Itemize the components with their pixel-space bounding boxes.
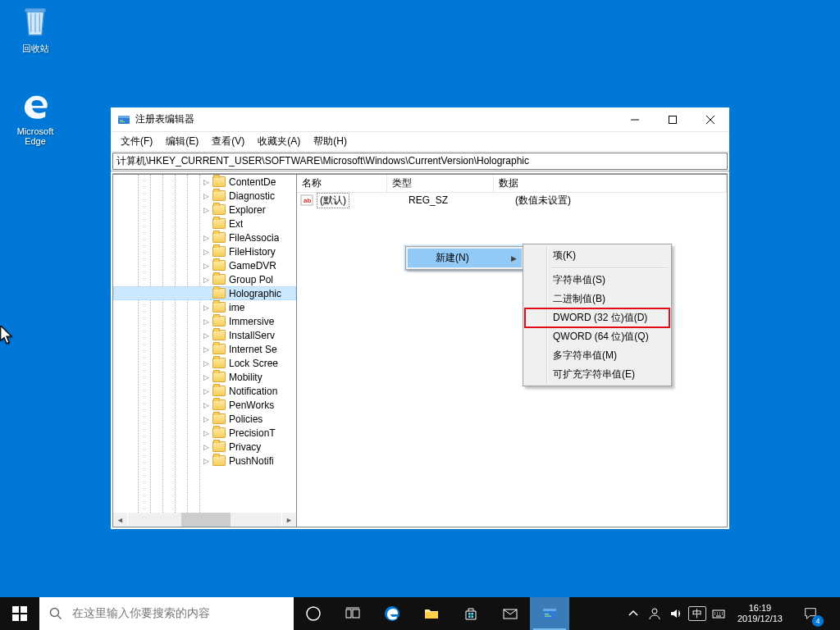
tree-item[interactable]: ▷PrecisionT [113,426,296,440]
tree-expand-icon[interactable]: ▷ [202,331,211,340]
tree-item[interactable]: Ext [113,217,296,231]
tree-item[interactable]: ▷PushNotifi [113,454,296,468]
tray-people-icon[interactable] [646,597,664,630]
tree-item[interactable]: Holographic [113,286,296,300]
folder-icon [212,330,226,340]
context-menu-new: 新建(N) ▶ [405,246,524,270]
folder-icon [212,190,226,201]
col-name[interactable]: 名称 [297,175,387,192]
titlebar[interactable]: 注册表编辑器 [111,107,729,132]
tree-expand-icon[interactable]: ▷ [202,233,211,242]
tree-item[interactable]: ▷Policies [113,412,296,426]
tree-expand-icon[interactable]: ▷ [202,275,211,284]
desktop-icon-recycle-bin[interactable]: 回收站 [6,5,65,55]
tree-expand-icon[interactable]: ▷ [202,400,211,409]
tree-item-label: Lock Scree [229,358,278,369]
tree-item[interactable]: ▷Mobility [113,370,296,384]
maximize-button[interactable] [654,107,692,132]
taskbar-file-explorer[interactable] [412,597,451,630]
tree-expand-icon[interactable]: ▷ [202,456,211,465]
tree-expand-icon[interactable]: ▷ [202,317,211,326]
tray-volume-icon[interactable] [667,597,685,630]
tree-item[interactable]: ▷Explorer [113,203,296,217]
svg-rect-16 [353,609,359,618]
tree-expand-icon[interactable]: ▷ [202,345,211,354]
value-list[interactable]: 名称 类型 数据 ab (默认) REG_SZ (数值未设置) 新建(N) ▶ [297,174,728,527]
tree-expand-icon[interactable]: ▷ [202,358,211,368]
tree-item[interactable]: ▷Group Pol [113,272,296,286]
tree-expand-icon[interactable]: ▷ [202,303,211,312]
tree-expand-icon[interactable] [202,289,211,298]
tree-expand-icon[interactable]: ▷ [202,414,211,423]
menu-help[interactable]: 帮助(H) [307,133,354,150]
taskbar: 在这里输入你要搜索的内容 中 16:19 2019/12/13 4 [0,597,840,630]
tray-keyboard-icon[interactable] [710,597,728,630]
context-item-expandstring[interactable]: 可扩充字符串值(E) [525,365,669,384]
scrollbar-thumb[interactable] [181,513,231,527]
close-button[interactable] [692,107,729,132]
taskbar-mail[interactable] [491,597,530,630]
taskbar-search[interactable]: 在这里输入你要搜索的内容 [39,597,294,630]
taskbar-store[interactable] [451,597,491,630]
menu-file[interactable]: 文件(F) [114,133,159,150]
tree-item[interactable]: ▷Notification [113,384,296,398]
menu-edit[interactable]: 编辑(E) [159,133,205,150]
context-item-binary[interactable]: 二进制值(B) [525,290,669,308]
context-item-key[interactable]: 项(K) [525,246,669,265]
scroll-right-icon[interactable]: ► [282,513,296,527]
tray-notifications[interactable]: 4 [792,597,829,630]
tree-item[interactable]: ▷Immersive [113,314,296,328]
tree-expand-icon[interactable]: ▷ [202,442,211,451]
col-type[interactable]: 类型 [387,175,494,192]
tray-chevron-up-icon[interactable] [624,597,642,630]
tree-horizontal-scrollbar[interactable]: ◄ ► [113,513,296,527]
task-view-button[interactable] [333,597,372,630]
submenu-arrow-icon: ▶ [511,254,517,262]
desktop-icon-edge[interactable]: Microsoft Edge [6,89,65,146]
col-data[interactable]: 数据 [494,175,727,192]
tree-item[interactable]: ▷GameDVR [113,258,296,272]
context-item-new[interactable]: 新建(N) ▶ [408,249,522,267]
registry-tree[interactable]: ▷ContentDe▷Diagnostic▷ExplorerExt▷FileAs… [112,174,297,527]
tree-item[interactable]: ▷InstallServ [113,328,296,342]
taskbar-edge[interactable] [372,597,412,630]
tree-item[interactable]: ▷Diagnostic [113,189,296,203]
tree-item[interactable]: ▷ime [113,300,296,314]
tree-expand-icon[interactable]: ▷ [202,205,211,214]
tree-item[interactable]: ▷Privacy [113,440,296,454]
tree-item[interactable]: ▷FileHistory [113,244,296,258]
tray-ime-indicator[interactable]: 中 [688,606,706,621]
tree-item[interactable]: ▷Internet Se [113,342,296,356]
context-item-string[interactable]: 字符串值(S) [525,271,669,290]
minimize-button[interactable] [616,107,654,132]
menu-view[interactable]: 查看(V) [205,133,251,150]
context-item-multistring[interactable]: 多字符串值(M) [525,346,669,365]
tree-expand-icon[interactable]: ▷ [202,247,211,256]
tree-expand-icon[interactable] [202,219,211,228]
tree-item[interactable]: ▷FileAssocia [113,231,296,244]
scroll-left-icon[interactable]: ◄ [113,513,127,527]
taskbar-regedit[interactable] [530,597,569,630]
tree-item[interactable]: ▷PenWorks [113,398,296,412]
tree-expand-icon[interactable]: ▷ [202,386,211,395]
tree-expand-icon[interactable]: ▷ [202,428,211,437]
tree-expand-icon[interactable]: ▷ [202,261,211,270]
context-item-qword[interactable]: QWORD (64 位)值(Q) [525,327,669,346]
context-item-dword[interactable]: DWORD (32 位)值(D) [525,308,669,327]
address-input[interactable]: 计算机\HKEY_CURRENT_USER\SOFTWARE\Microsoft… [112,153,728,170]
tree-item-label: Diagnostic [229,190,275,202]
tree-item[interactable]: ▷ContentDe [113,175,296,189]
tree-expand-icon[interactable]: ▷ [202,191,211,200]
tree-expand-icon[interactable]: ▷ [202,372,211,381]
folder-icon [212,204,226,215]
list-row[interactable]: ab (默认) REG_SZ (数值未设置) [297,193,727,208]
cortana-button[interactable] [294,597,333,630]
start-button[interactable] [0,597,39,630]
menu-favorites[interactable]: 收藏夹(A) [251,133,307,150]
tree-expand-icon[interactable]: ▷ [202,177,211,186]
tray-clock[interactable]: 16:19 2019/12/13 [731,603,789,624]
list-header: 名称 类型 数据 [297,175,727,193]
folder-icon [212,246,226,257]
folder-icon [212,386,226,396]
tree-item[interactable]: ▷Lock Scree [113,356,296,370]
